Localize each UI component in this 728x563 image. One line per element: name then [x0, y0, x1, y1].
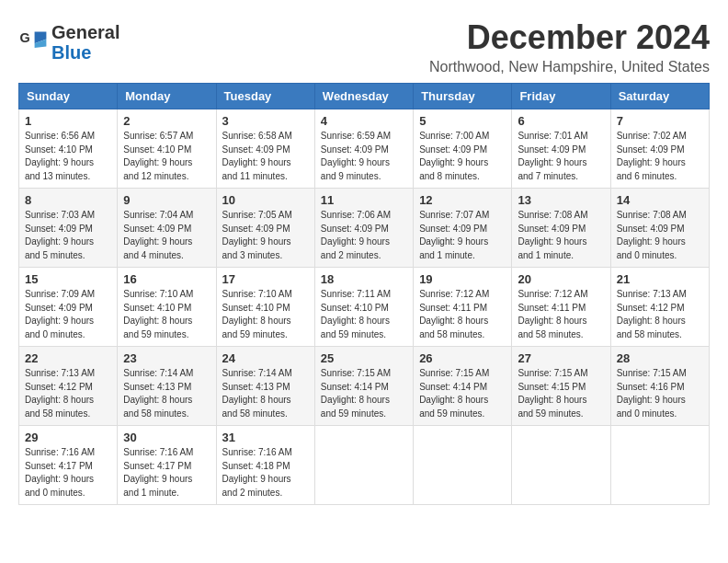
sunrise: Sunrise: 7:12 AM [518, 289, 587, 299]
calendar-week-row: 1Sunrise: 6:56 AMSunset: 4:10 PMDaylight… [19, 109, 710, 189]
daylight: Daylight: 9 hours and 8 minutes. [419, 157, 488, 181]
header-sunday: Sunday [19, 84, 118, 109]
table-row: 13Sunrise: 7:08 AMSunset: 4:09 PMDayligh… [512, 189, 610, 268]
day-info: Sunrise: 7:11 AMSunset: 4:10 PMDaylight:… [321, 288, 407, 341]
table-row: 25Sunrise: 7:15 AMSunset: 4:14 PMDayligh… [314, 347, 413, 426]
sunrise: Sunrise: 7:10 AM [123, 289, 193, 299]
day-info: Sunrise: 7:07 AMSunset: 4:09 PMDaylight:… [419, 209, 506, 262]
daylight: Daylight: 9 hours and 0 minutes. [617, 395, 686, 419]
table-row: 24Sunrise: 7:14 AMSunset: 4:13 PMDayligh… [216, 347, 314, 426]
daylight: Daylight: 8 hours and 59 minutes. [123, 316, 192, 339]
sunrise: Sunrise: 7:12 AM [419, 289, 489, 299]
table-row: 28Sunrise: 7:15 AMSunset: 4:16 PMDayligh… [610, 347, 709, 426]
day-number: 28 [617, 351, 703, 365]
day-number: 8 [25, 193, 111, 207]
logo-line2: Blue [51, 42, 119, 63]
day-info: Sunrise: 7:01 AMSunset: 4:09 PMDaylight:… [518, 130, 604, 183]
sunset: Sunset: 4:17 PM [25, 461, 93, 471]
day-number: 10 [222, 193, 309, 207]
sunset: Sunset: 4:09 PM [222, 144, 290, 155]
sunrise: Sunrise: 7:13 AM [25, 368, 95, 378]
day-number: 7 [617, 114, 703, 128]
daylight: Daylight: 8 hours and 59 minutes. [419, 395, 488, 419]
day-number: 1 [25, 114, 111, 128]
sunset: Sunset: 4:10 PM [123, 303, 191, 313]
day-info: Sunrise: 7:06 AMSunset: 4:09 PMDaylight:… [321, 209, 407, 262]
calendar-table: Sunday Monday Tuesday Wednesday Thursday… [18, 83, 710, 505]
day-number: 6 [518, 114, 604, 128]
day-info: Sunrise: 7:10 AMSunset: 4:10 PMDaylight:… [123, 288, 210, 341]
day-number: 16 [123, 272, 210, 286]
day-info: Sunrise: 6:56 AMSunset: 4:10 PMDaylight:… [25, 130, 111, 183]
day-number: 30 [123, 431, 210, 444]
daylight: Daylight: 9 hours and 13 minutes. [25, 157, 94, 181]
sunrise: Sunrise: 7:15 AM [321, 368, 391, 378]
day-info: Sunrise: 7:13 AMSunset: 4:12 PMDaylight:… [617, 288, 703, 341]
day-number: 9 [123, 193, 210, 207]
day-number: 23 [123, 351, 210, 365]
table-row [414, 426, 512, 505]
calendar-week-row: 8Sunrise: 7:03 AMSunset: 4:09 PMDaylight… [19, 189, 710, 268]
table-row: 11Sunrise: 7:06 AMSunset: 4:09 PMDayligh… [314, 189, 413, 268]
day-info: Sunrise: 7:12 AMSunset: 4:11 PMDaylight:… [419, 288, 506, 341]
sunset: Sunset: 4:09 PM [25, 224, 93, 234]
table-row: 5Sunrise: 7:00 AMSunset: 4:09 PMDaylight… [414, 109, 512, 189]
sunrise: Sunrise: 7:16 AM [123, 447, 193, 457]
day-number: 24 [222, 351, 309, 365]
table-row: 14Sunrise: 7:08 AMSunset: 4:09 PMDayligh… [610, 189, 709, 268]
daylight: Daylight: 8 hours and 58 minutes. [518, 316, 586, 339]
sunrise: Sunrise: 7:09 AM [25, 289, 95, 299]
table-row: 16Sunrise: 7:10 AMSunset: 4:10 PMDayligh… [118, 268, 216, 347]
table-row: 21Sunrise: 7:13 AMSunset: 4:12 PMDayligh… [610, 268, 709, 347]
sunrise: Sunrise: 7:00 AM [419, 131, 489, 141]
logo-icon: G [18, 26, 48, 55]
day-info: Sunrise: 7:09 AMSunset: 4:09 PMDaylight:… [25, 288, 111, 341]
sunset: Sunset: 4:10 PM [123, 144, 191, 155]
table-row: 23Sunrise: 7:14 AMSunset: 4:13 PMDayligh… [118, 347, 216, 426]
day-number: 4 [321, 114, 407, 128]
daylight: Daylight: 9 hours and 12 minutes. [123, 157, 192, 181]
sunset: Sunset: 4:11 PM [419, 303, 487, 313]
daylight: Daylight: 9 hours and 0 minutes. [25, 316, 94, 339]
sunrise: Sunrise: 7:07 AM [419, 210, 489, 220]
page-header: G General Blue December 2024 Northwood, … [18, 18, 710, 75]
day-info: Sunrise: 6:59 AMSunset: 4:09 PMDaylight:… [321, 130, 407, 183]
day-info: Sunrise: 7:14 AMSunset: 4:13 PMDaylight:… [222, 367, 309, 420]
daylight: Daylight: 9 hours and 0 minutes. [617, 236, 686, 260]
day-number: 12 [419, 193, 506, 207]
header-tuesday: Tuesday [216, 84, 314, 109]
daylight: Daylight: 9 hours and 9 minutes. [321, 157, 390, 181]
day-number: 11 [321, 193, 407, 207]
table-row: 10Sunrise: 7:05 AMSunset: 4:09 PMDayligh… [216, 189, 314, 268]
sunrise: Sunrise: 6:59 AM [321, 131, 391, 141]
day-number: 14 [617, 193, 703, 207]
day-info: Sunrise: 7:05 AMSunset: 4:09 PMDaylight:… [222, 209, 309, 262]
sunset: Sunset: 4:11 PM [518, 303, 586, 313]
table-row: 12Sunrise: 7:07 AMSunset: 4:09 PMDayligh… [414, 189, 512, 268]
day-number: 17 [222, 272, 309, 286]
daylight: Daylight: 9 hours and 5 minutes. [25, 236, 94, 260]
day-info: Sunrise: 7:08 AMSunset: 4:09 PMDaylight:… [518, 209, 604, 262]
table-row: 6Sunrise: 7:01 AMSunset: 4:09 PMDaylight… [512, 109, 610, 189]
sunset: Sunset: 4:09 PM [123, 224, 191, 234]
daylight: Daylight: 8 hours and 58 minutes. [25, 395, 94, 419]
logo-line1: General [51, 22, 119, 42]
day-info: Sunrise: 7:00 AMSunset: 4:09 PMDaylight:… [419, 130, 506, 183]
sunset: Sunset: 4:10 PM [25, 144, 93, 155]
daylight: Daylight: 9 hours and 1 minute. [518, 236, 586, 260]
day-number: 3 [222, 114, 309, 128]
sunrise: Sunrise: 7:04 AM [123, 210, 193, 220]
table-row [512, 426, 610, 505]
sunrise: Sunrise: 7:15 AM [617, 368, 687, 378]
location-title: Northwood, New Hampshire, United States [429, 59, 710, 75]
table-row: 17Sunrise: 7:10 AMSunset: 4:10 PMDayligh… [216, 268, 314, 347]
day-number: 26 [419, 351, 506, 365]
day-info: Sunrise: 7:10 AMSunset: 4:10 PMDaylight:… [222, 288, 309, 341]
header-monday: Monday [118, 84, 216, 109]
sunset: Sunset: 4:09 PM [518, 224, 586, 234]
sunset: Sunset: 4:12 PM [617, 303, 685, 313]
sunset: Sunset: 4:09 PM [518, 144, 586, 155]
sunrise: Sunrise: 7:02 AM [617, 131, 687, 141]
sunset: Sunset: 4:09 PM [321, 224, 389, 234]
daylight: Daylight: 8 hours and 59 minutes. [321, 395, 390, 419]
